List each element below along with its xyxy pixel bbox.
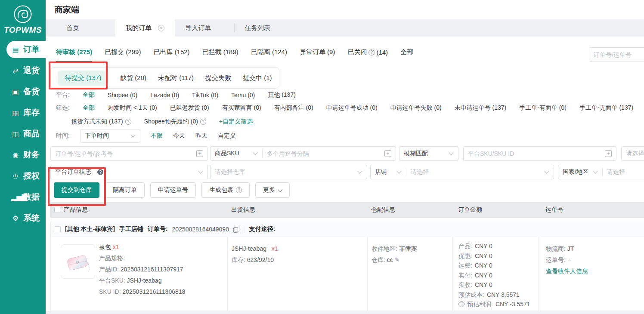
platform-temu[interactable]: Temu (0) [231, 92, 255, 99]
sidebar-item-label: 数据 [23, 191, 40, 203]
custom-filter-link[interactable]: +自定义筛选 [219, 118, 253, 126]
subtab-out-of-stock[interactable]: 缺货 (20) [120, 74, 146, 82]
filter-all[interactable]: 全部 [83, 104, 95, 112]
help-icon[interactable]: ? [368, 49, 375, 55]
select-all-checkbox[interactable] [54, 207, 60, 213]
subtab-submitting[interactable]: 提交中 (1) [243, 74, 272, 82]
platform-order-status-select[interactable]: 平台订单状态 ? [50, 165, 208, 179]
view-recipient-link[interactable]: 查看收件人信息 [546, 268, 588, 274]
platform-other[interactable]: 其他 (137) [268, 91, 296, 99]
column-divider [452, 237, 453, 311]
status-tab-quarantined[interactable]: 已隔离 (124) [251, 48, 287, 61]
sidebar-item-products[interactable]: ◫ 商品 [0, 125, 46, 142]
platform-sku-input[interactable] [464, 147, 603, 160]
status-tab-intercepted[interactable]: 已拦截 (189) [202, 48, 238, 61]
time-option-today[interactable]: 今天 [173, 132, 185, 140]
filter-option[interactable]: 有内部备注 (0) [274, 104, 313, 112]
close-icon[interactable]: × [158, 25, 164, 31]
time-option-yesterday[interactable]: 昨天 [195, 132, 207, 140]
status-tab-shipped-out[interactable]: 已出库 (152) [153, 48, 189, 61]
time-type-select[interactable]: 下单时间 [80, 129, 140, 143]
order-ref-input[interactable] [51, 147, 195, 160]
copy-icon[interactable] [233, 226, 239, 232]
sidebar-item-inventory[interactable]: ▦ 库存 [0, 104, 46, 121]
country-select[interactable]: 国家/地区 [558, 168, 593, 176]
match-mode-select[interactable]: 模糊匹配 [399, 146, 458, 161]
order-checkbox[interactable] [55, 226, 61, 232]
sku-input[interactable] [263, 147, 383, 160]
sidebar-item-data[interactable]: ▂▅▇ 数据 [0, 188, 46, 206]
platform-tiktok[interactable]: TikTok (0) [192, 92, 218, 99]
shop-value-select[interactable]: 请选择 [406, 168, 545, 176]
help-icon[interactable]: ? [458, 301, 464, 307]
status-tab-closed[interactable]: 已关闭 ? (14) [347, 48, 388, 61]
platform-all[interactable]: 全部 [83, 91, 95, 99]
tab-import-orders[interactable]: 导入订单 [175, 19, 234, 37]
tab-home[interactable]: 首页 [56, 19, 115, 37]
platform-lazada[interactable]: Lazada (0) [150, 92, 179, 99]
submit-to-warehouse-button[interactable]: 提交到仓库 [54, 182, 99, 198]
sidebar-item-system[interactable]: ⚙ 系统 [0, 209, 46, 227]
sidebar-item-authorization[interactable]: ♔ 授权 [0, 167, 46, 185]
filter-option[interactable]: 申请运单号成功 (0) [326, 104, 378, 112]
subtab-unmatched[interactable]: 未配对 (117) [158, 74, 194, 82]
status-tab-label: 已关闭 [347, 48, 367, 56]
filter-option[interactable]: 揽货方式未知 (137) ? [71, 118, 131, 126]
filter-option[interactable]: 手工单-无面单 (137) [579, 104, 633, 112]
filter-option[interactable]: 有买家留言 (0) [222, 104, 261, 112]
more-button[interactable]: 更多 [255, 182, 290, 198]
order-tag: [其他 本土-菲律宾] [65, 225, 115, 233]
sidebar-item-stocking[interactable]: ▣ 备货 [0, 83, 46, 100]
warehouse-placeholder: 请选择仓库 [211, 168, 249, 176]
tab-task-list[interactable]: 任务列表 [234, 19, 294, 37]
subtab-to-submit[interactable]: 待提交 (137) [58, 71, 108, 86]
quarantine-order-button[interactable]: 隔离订单 [105, 182, 145, 198]
sidebar-item-orders[interactable]: ▤ 订单 [6, 41, 46, 58]
status-tab-pending-review[interactable]: 待审核 (275) [56, 48, 92, 62]
multiline-input-icon[interactable]: + [384, 150, 391, 157]
status-tab-all[interactable]: 全部 [400, 48, 413, 61]
filter-option[interactable]: 已延迟发货 (0) [170, 104, 209, 112]
country-value-select[interactable]: 请选择 [603, 168, 629, 176]
help-icon[interactable]: ? [125, 119, 131, 125]
amount-label: 预估成本: [458, 290, 484, 300]
shop-select[interactable]: 店铺 [371, 168, 397, 176]
product-info-cell: 茶包 x1 产品规格: 产品ID: 2025031216111307917 平台… [99, 241, 185, 297]
filter-option[interactable]: 剩发时间 < 1天 (0) [108, 104, 157, 112]
time-option-custom[interactable]: 自定义 [218, 132, 236, 140]
edit-icon[interactable]: ✎ [395, 256, 400, 263]
sku-type-select[interactable]: 商品SKU [211, 150, 254, 157]
status-tab-submitted[interactable]: 已提交 (299) [105, 48, 141, 61]
time-option-unlimited[interactable]: 不限 [151, 132, 163, 140]
tab-my-orders[interactable]: 我的订单 × [115, 19, 175, 37]
sidebar-item-returns[interactable]: ⇄ 退货 [0, 62, 46, 79]
column-header-shipping: 出货信息 [231, 206, 255, 214]
filter-option[interactable]: 手工单-有面单 (0) [519, 104, 567, 112]
filter-option[interactable]: 未申请运单号 (137) [455, 104, 507, 112]
warehouse-select[interactable]: 请选择仓库 [210, 165, 367, 179]
help-icon[interactable]: ? [97, 169, 103, 175]
multiline-input-icon[interactable]: + [605, 150, 612, 157]
status-tab-abnormal[interactable]: 异常订单 (9) [300, 48, 335, 61]
sidebar-item-finance[interactable]: ◉ 财务 [0, 146, 46, 163]
subtab-submit-failed[interactable]: 提交失败 [205, 74, 231, 82]
shop-select-box: 店铺 请选择 [370, 165, 554, 179]
product-image[interactable] [61, 244, 95, 279]
product-id: 2025031216111307917 [121, 266, 183, 273]
request-waybill-button[interactable]: 申请运单号 [150, 182, 196, 198]
filter-option[interactable]: Shopee预先履约 (0) ? [144, 118, 206, 126]
filter-option[interactable]: 申请运单号失败 (0) [390, 104, 442, 112]
extra-select[interactable]: 请选择 [621, 146, 644, 161]
order-search-input[interactable] [589, 48, 644, 62]
multiline-input-icon[interactable]: + [196, 150, 203, 157]
status-tab-label: 已出库 (152) [153, 48, 189, 56]
action-buttons: 提交到仓库 隔离订单 申请运单号 生成包裹 ? 更多 [54, 182, 290, 198]
generate-package-button[interactable]: 生成包裹 ? [201, 182, 250, 198]
help-icon[interactable]: ? [236, 187, 242, 193]
help-icon[interactable]: ? [200, 119, 206, 125]
bar-chart-icon: ▂▅▇ [11, 193, 20, 201]
logo[interactable]: TOPWMS [0, 0, 46, 35]
platform-shopee[interactable]: Shopee (0) [108, 92, 137, 99]
topwms-logo-icon [13, 4, 33, 24]
subtab-label: 提交失败 [205, 74, 231, 81]
